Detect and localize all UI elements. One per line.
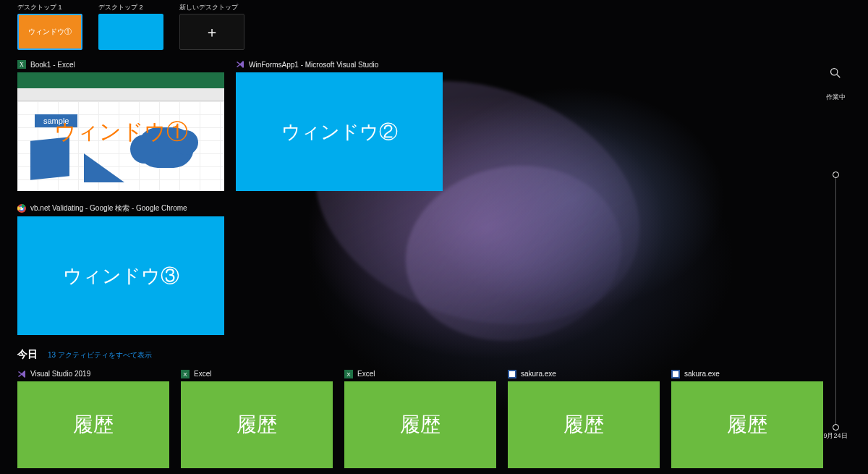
activity-title: Excel [357,370,375,378]
activity-label: 履歴 [73,411,114,439]
virtual-desktop-label: デスクトップ 2 [98,3,163,12]
activity-title-bar: sakura.exe [671,368,823,379]
window-title: vb.net Validating - Google 検索 - Google C… [30,203,187,213]
svg-point-0 [831,69,838,75]
activity-thumbnail[interactable]: 履歴 [17,381,169,468]
new-desktop[interactable]: 新しいデスクトップ ＋ [179,3,244,50]
svg-line-1 [837,75,841,78]
virtual-desktop-thumb[interactable]: ウィンドウ① [17,14,82,50]
timeline-show-all-link[interactable]: 13 アクティビティをすべて表示 [48,350,152,360]
activity-title: sakura.exe [521,370,556,378]
svg-rect-14 [509,371,515,377]
activity-tile[interactable]: sakura.exe 履歴 [508,368,660,468]
excel-icon: X [181,370,190,378]
virtual-desktop-thumb[interactable] [98,14,163,50]
activity-title-bar: sakura.exe [508,368,660,379]
window-overlay-label: ウィンドウ③ [63,263,179,289]
task-view-stage: X Book1 - Excel sample ウィンドウ① WinForm [0,54,868,468]
plus-icon: ＋ [205,25,219,39]
timeline-node-date[interactable] [833,424,839,431]
timeline-line [835,172,836,431]
activity-thumbnail[interactable]: 履歴 [181,381,333,468]
virtual-desktop-1[interactable]: デスクトップ 1 ウィンドウ① [17,3,82,50]
window-tile-excel[interactable]: X Book1 - Excel sample ウィンドウ① [17,59,224,191]
activity-thumbnail[interactable]: 履歴 [508,381,660,468]
timeline-date-label: 9月24日 [817,431,854,441]
timeline-heading-row: 今日 13 アクティビティをすべて表示 [17,348,851,361]
virtual-desktop-label: デスクトップ 1 [17,3,82,12]
excel-icon: X [17,60,26,69]
timeline-rail: 作業中 9月24日 [817,67,854,460]
visual-studio-icon [236,60,244,69]
window-title-bar: vb.net Validating - Google 検索 - Google C… [17,203,224,214]
svg-text:X: X [346,371,351,378]
activity-label: 履歴 [400,411,441,439]
window-tile-vs[interactable]: WinFormsApp1 - Microsoft Visual Studio ウ… [236,59,443,191]
visual-studio-icon [17,370,26,378]
activity-title: sakura.exe [684,370,720,378]
activity-title: Excel [194,370,211,378]
window-title: WinFormsApp1 - Microsoft Visual Studio [249,61,378,69]
open-windows-grid: X Book1 - Excel sample ウィンドウ① WinForm [17,59,480,335]
timeline-activities-row: Visual Studio 2019 履歴 X Excel 履歴 X Excel… [17,368,851,468]
svg-marker-4 [237,61,244,68]
svg-text:X: X [183,371,187,378]
activity-label: 履歴 [563,411,604,439]
window-title-bar: WinFormsApp1 - Microsoft Visual Studio [236,59,443,70]
new-desktop-thumb[interactable]: ＋ [179,14,244,50]
activity-tile[interactable]: X Excel 履歴 [344,368,496,468]
window-thumbnail[interactable]: ウィンドウ② [236,72,443,191]
sakura-icon [671,370,680,378]
timeline-now-label: 作業中 [817,93,854,102]
window-tile-chrome[interactable]: vb.net Validating - Google 検索 - Google C… [17,203,224,335]
activity-tile[interactable]: Visual Studio 2019 履歴 [17,368,169,468]
activity-tile[interactable]: X Excel 履歴 [181,368,333,468]
excel-icon: X [344,370,353,378]
window-overlay-label: ウィンドウ② [281,119,398,145]
timeline-node-now[interactable] [833,172,839,178]
timeline-heading: 今日 [17,348,38,361]
virtual-desktop-2[interactable]: デスクトップ 2 [98,3,163,50]
window-overlay-label: ウィンドウ① [17,72,224,191]
new-desktop-label: 新しいデスクトップ [179,3,244,12]
activity-label: 履歴 [237,411,277,439]
svg-rect-16 [673,371,678,377]
activity-thumbnail[interactable]: 履歴 [344,381,496,468]
activity-title-bar: X Excel [181,368,333,379]
svg-text:X: X [20,62,24,68]
activity-tile[interactable]: sakura.exe 履歴 [671,368,823,468]
chrome-icon [17,204,26,213]
search-icon[interactable] [829,67,842,80]
sakura-icon [508,370,516,378]
activity-thumbnail[interactable]: 履歴 [671,381,823,468]
window-thumbnail[interactable]: ウィンドウ③ [17,216,224,335]
window-thumbnail[interactable]: sample ウィンドウ① [17,72,224,191]
virtual-desktop-badge: ウィンドウ① [28,27,72,37]
activity-title-bar: Visual Studio 2019 [17,368,169,379]
activity-title: Visual Studio 2019 [30,370,90,378]
virtual-desktops-bar: デスクトップ 1 ウィンドウ① デスクトップ 2 新しいデスクトップ ＋ [0,0,868,54]
svg-marker-8 [18,371,25,378]
window-title-bar: X Book1 - Excel [17,59,224,70]
activity-label: 履歴 [727,411,767,439]
activity-title-bar: X Excel [344,368,496,379]
window-title: Book1 - Excel [30,61,75,69]
